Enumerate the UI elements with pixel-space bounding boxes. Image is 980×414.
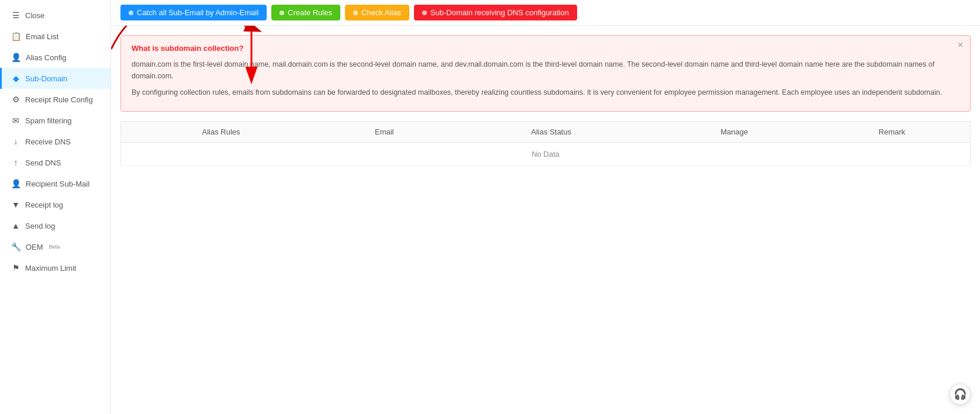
- sidebar-item-maximum-limit[interactable]: ⚑Maximum Limit: [0, 257, 111, 278]
- alias-config-icon: 👤: [11, 53, 21, 62]
- oem-icon: 🔧: [11, 242, 21, 251]
- check-alias-dot-icon: [353, 11, 358, 15]
- sidebar-item-send-dns[interactable]: ↑Send DNS: [0, 152, 111, 173]
- close-icon: ☰: [11, 11, 20, 20]
- data-table: Alias RulesEmailAlias StatusManageRemark…: [120, 121, 971, 166]
- email-list-icon: 📋: [11, 32, 21, 41]
- receipt-rule-config-icon: ⚙: [11, 95, 20, 104]
- table-col-alias-rules: Alias Rules: [121, 122, 322, 143]
- sidebar-item-receipt-rule-config[interactable]: ⚙Receipt Rule Config: [0, 89, 111, 110]
- sidebar-item-spam-filtering[interactable]: ✉Spam filtering: [0, 110, 111, 131]
- support-icon-button[interactable]: 🎧: [950, 384, 971, 405]
- spam-filtering-icon: ✉: [11, 116, 20, 125]
- sidebar-label-email-list: Email List: [26, 32, 58, 41]
- sub-domain-dns-label: Sub-Domain receiving DNS configuration: [430, 8, 569, 17]
- table-col-remark: Remark: [814, 122, 971, 143]
- main-content: Catch all Sub-Email by Admin-EmailCreate…: [111, 0, 980, 414]
- info-box-title: What is subdomain collection?: [132, 44, 960, 53]
- toolbar: Catch all Sub-Email by Admin-EmailCreate…: [111, 0, 980, 26]
- receipt-log-icon: ▼: [11, 200, 20, 209]
- table-empty-row: No Data: [121, 143, 971, 166]
- sidebar-item-send-log[interactable]: ▲Send log: [0, 215, 111, 236]
- oem-beta-badge: Beta: [49, 244, 60, 250]
- sidebar: ☰Close📋Email List👤Alias Config◆Sub-Domai…: [0, 0, 111, 414]
- sidebar-item-recipient-sub-mail[interactable]: 👤Recipient Sub-Mail: [0, 173, 111, 194]
- catch-all-label: Catch all Sub-Email by Admin-Email: [137, 8, 258, 17]
- info-box: What is subdomain collection? domain.com…: [120, 35, 971, 112]
- maximum-limit-icon: ⚑: [11, 263, 20, 272]
- sidebar-label-receipt-log: Receipt log: [25, 201, 63, 209]
- table-col-manage: Manage: [655, 122, 814, 143]
- sidebar-item-alias-config[interactable]: 👤Alias Config: [0, 47, 111, 68]
- sidebar-item-sub-domain[interactable]: ◆Sub-Domain: [0, 68, 111, 89]
- sidebar-label-maximum-limit: Maximum Limit: [25, 264, 76, 272]
- send-log-icon: ▲: [11, 221, 20, 230]
- create-rules-dot-icon: [279, 11, 284, 15]
- sidebar-label-receive-dns: Receive DNS: [25, 137, 71, 146]
- info-box-para-2: By configuring collection rules, emails …: [132, 87, 960, 98]
- check-alias-button[interactable]: Check Alias: [345, 5, 409, 20]
- table-col-alias-status: Alias Status: [447, 122, 655, 143]
- create-rules-button[interactable]: Create Rules: [271, 5, 340, 20]
- sidebar-label-spam-filtering: Spam filtering: [25, 116, 71, 125]
- send-dns-icon: ↑: [11, 158, 20, 167]
- sidebar-label-oem: OEM: [26, 243, 43, 251]
- sub-domain-dns-button[interactable]: Sub-Domain receiving DNS configuration: [414, 5, 577, 20]
- sidebar-item-oem[interactable]: 🔧OEMBeta: [0, 236, 111, 257]
- check-alias-label: Check Alias: [361, 8, 401, 17]
- table-empty-cell: No Data: [121, 143, 971, 166]
- sidebar-item-close[interactable]: ☰Close: [0, 5, 111, 26]
- sidebar-label-recipient-sub-mail: Recipient Sub-Mail: [26, 180, 89, 188]
- sidebar-item-email-list[interactable]: 📋Email List: [0, 26, 111, 47]
- sub-domain-dns-dot-icon: [422, 11, 427, 15]
- sidebar-item-receive-dns[interactable]: ↓Receive DNS: [0, 131, 111, 152]
- sub-domain-icon: ◆: [11, 74, 20, 83]
- sidebar-label-close: Close: [25, 11, 44, 20]
- sidebar-label-send-dns: Send DNS: [25, 158, 61, 167]
- sidebar-label-send-log: Send log: [25, 222, 55, 230]
- catch-all-dot-icon: [129, 11, 133, 15]
- create-rules-label: Create Rules: [288, 8, 332, 17]
- content-area: What is subdomain collection? domain.com…: [111, 26, 980, 414]
- sidebar-label-sub-domain: Sub-Domain: [25, 74, 67, 83]
- catch-all-button[interactable]: Catch all Sub-Email by Admin-Email: [120, 5, 267, 20]
- info-box-para-1: domain.com is the first-level domain nam…: [132, 58, 960, 82]
- table-header-row: Alias RulesEmailAlias StatusManageRemark: [121, 122, 971, 143]
- sidebar-label-receipt-rule-config: Receipt Rule Config: [25, 95, 93, 104]
- sidebar-label-alias-config: Alias Config: [26, 53, 66, 62]
- sidebar-item-receipt-log[interactable]: ▼Receipt log: [0, 194, 111, 215]
- table-col-email: Email: [321, 122, 447, 143]
- recipient-sub-mail-icon: 👤: [11, 179, 21, 188]
- info-box-close-button[interactable]: ×: [958, 40, 963, 50]
- receive-dns-icon: ↓: [11, 137, 20, 146]
